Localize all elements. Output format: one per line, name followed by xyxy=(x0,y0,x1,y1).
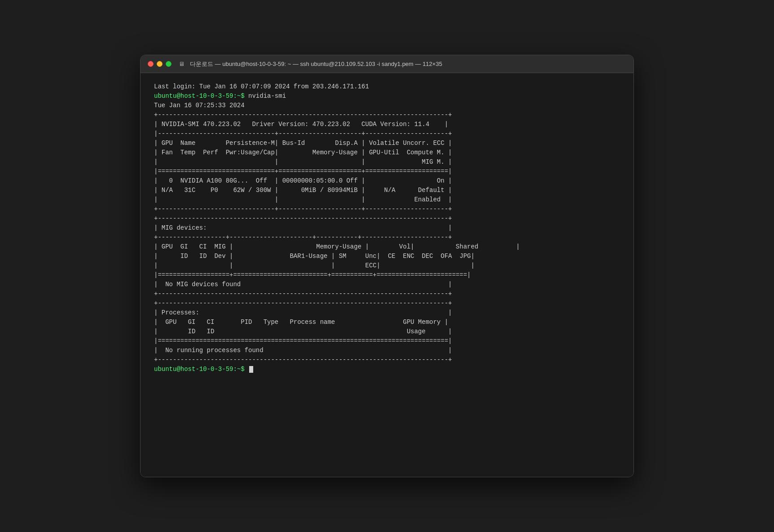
window-title: 다운로드 — ubuntu@host-10-0-3-59: ~ — ssh ub… xyxy=(190,60,442,68)
terminal-line: +---------------------------------------… xyxy=(154,299,620,308)
terminal-line: +---------------------------------------… xyxy=(154,110,620,120)
terminal-line: | GPU Name Persistence-M| Bus-Id Disp.A … xyxy=(154,139,620,148)
terminal-prompt-end-line: ubuntu@host-10-0-3-59:~$ xyxy=(154,365,620,374)
prompt-end-text: ubuntu@host-10-0-3-59:~$ xyxy=(154,366,245,373)
terminal-line: |===============================+=======… xyxy=(154,167,620,176)
terminal-line: | | | Enabled | xyxy=(154,195,620,205)
terminal-line: | N/A 31C P0 62W / 300W | 0MiB / 80994Mi… xyxy=(154,186,620,195)
terminal-line: | ID ID Usage | xyxy=(154,327,620,336)
prompt-text: ubuntu@host-10-0-3-59:~$ xyxy=(154,92,245,100)
terminal-line: +---------------------------------------… xyxy=(154,214,620,223)
terminal-line: +---------------------------------------… xyxy=(154,289,620,299)
terminal-line: | No MIG devices found | xyxy=(154,280,620,289)
terminal-line: |=======================================… xyxy=(154,336,620,346)
command-text: nvidia-smi xyxy=(245,92,286,100)
terminal-cursor xyxy=(249,366,253,373)
terminal-line: | Fan Temp Perf Pwr:Usage/Cap| Memory-Us… xyxy=(154,148,620,157)
terminal-line: | ID ID Dev | BAR1-Usage | SM Unc| CE EN… xyxy=(154,252,620,261)
terminal-line: Last login: Tue Jan 16 07:07:09 2024 fro… xyxy=(154,82,620,92)
terminal-line: | GPU GI CI PID Type Process name GPU Me… xyxy=(154,318,620,327)
titlebar: 🖥 다운로드 — ubuntu@host-10-0-3-59: ~ — ssh … xyxy=(141,55,633,73)
terminal-line: | NVIDIA-SMI 470.223.02 Driver Version: … xyxy=(154,120,620,129)
terminal-line: +---------------------------------------… xyxy=(154,355,620,365)
terminal-window: 🖥 다운로드 — ubuntu@host-10-0-3-59: ~ — ssh … xyxy=(140,55,634,477)
terminal-line: Tue Jan 16 07:25:33 2024 xyxy=(154,101,620,110)
close-button[interactable] xyxy=(148,61,154,67)
terminal-line: +------------------+--------------------… xyxy=(154,233,620,242)
traffic-lights xyxy=(148,61,172,67)
terminal-line: | | | ECC| | xyxy=(154,261,620,270)
terminal-line: | Processes: | xyxy=(154,308,620,318)
maximize-button[interactable] xyxy=(166,61,172,67)
terminal-line: |===================+===================… xyxy=(154,270,620,280)
terminal-icon: 🖥 xyxy=(179,61,185,67)
terminal-line: +-------------------------------+-------… xyxy=(154,205,620,214)
terminal-line: | 0 NVIDIA A100 80G... Off | 00000000:05… xyxy=(154,176,620,186)
terminal-line: | MIG devices: | xyxy=(154,223,620,233)
cursor-area xyxy=(245,366,253,373)
terminal-line: | GPU GI CI MIG | Memory-Usage | Vol| Sh… xyxy=(154,242,620,252)
terminal-prompt-line: ubuntu@host-10-0-3-59:~$ nvidia-smi xyxy=(154,92,620,101)
terminal-line: | | | MIG M. | xyxy=(154,157,620,167)
terminal-body[interactable]: Last login: Tue Jan 16 07:07:09 2024 fro… xyxy=(141,73,633,477)
terminal-line: |-------------------------------+-------… xyxy=(154,129,620,139)
terminal-line: | No running processes found | xyxy=(154,346,620,355)
minimize-button[interactable] xyxy=(157,61,163,67)
